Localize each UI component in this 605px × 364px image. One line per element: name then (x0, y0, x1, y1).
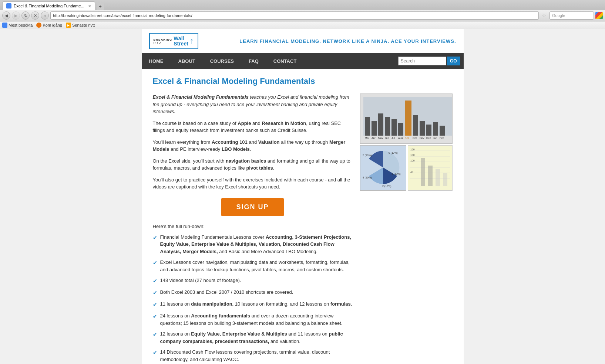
checkmark-icon: ✔ (153, 234, 157, 255)
svg-text:1 (13%): 1 (13%) (391, 173, 401, 176)
url-text: http://breakingintowallstreet.com/biws/e… (53, 13, 192, 18)
svg-rect-7 (405, 101, 411, 136)
bullet-text-2: Excel Lessons cover navigation, manipula… (160, 259, 353, 273)
intro-paragraph: Excel & Financial Modeling Fundamentals … (153, 93, 353, 115)
svg-rect-4 (385, 117, 390, 136)
bookmark-get-started[interactable]: Kom igång (36, 23, 62, 28)
active-tab[interactable]: Excel & Financial Modeling Fundame... ✕ (2, 1, 95, 10)
text-content: Excel & Financial Modeling Fundamentals … (153, 93, 353, 364)
nav-courses[interactable]: COURSES (203, 53, 241, 69)
svg-text:2 (10%): 2 (10%) (382, 185, 391, 188)
signup-button[interactable]: SIGN UP (221, 198, 283, 216)
back-button[interactable]: ◀ (2, 11, 10, 20)
logo-area: Breaking INTO Wall Street ↑ (142, 33, 200, 49)
svg-text:Mar: Mar (365, 137, 370, 139)
nav-search-area: GO (398, 57, 464, 65)
content-area: Excel & Financial Modeling Fundamentals … (153, 93, 453, 364)
bar-chart-svg: Mar Apr May Jun Jul Aug Sep Oct Nov Dec … (363, 97, 452, 139)
bullet-item: ✔ 148 videos total (27 hours of footage)… (153, 277, 353, 285)
bullet-item: ✔ 14 Discounted Cash Flow lessons coveri… (153, 348, 353, 363)
svg-rect-3 (378, 113, 383, 136)
checkmark-icon: ✔ (153, 313, 157, 327)
svg-rect-2 (372, 121, 377, 136)
logo-into: INTO (154, 41, 172, 44)
bullet-item: ✔ Excel Lessons cover navigation, manipu… (153, 259, 353, 273)
para2: You'll learn everything from Accounting … (153, 139, 353, 153)
svg-text:4 (20%): 4 (20%) (363, 176, 372, 179)
pie-chart-svg: 5 (23%) 0 (17%) 1 (13%) 2 (10%) 4 (20%) (362, 147, 404, 188)
search-placeholder: Google (552, 13, 565, 18)
checkmark-icon: ✔ (153, 277, 157, 285)
address-bar[interactable]: http://breakingintowallstreet.com/biws/e… (50, 11, 539, 20)
tab-close-button[interactable]: ✕ (88, 4, 91, 8)
side-chart-container: 160 100 100 40 (408, 145, 453, 191)
svg-rect-1 (365, 117, 370, 136)
refresh-button[interactable]: ↻ (21, 11, 30, 20)
nav-faq[interactable]: FAQ (241, 53, 266, 69)
logo-arrow-icon: ↑ (190, 37, 194, 45)
nav-go-button[interactable]: GO (447, 57, 460, 65)
home-button[interactable]: ⌂ (41, 11, 49, 20)
logo-wall-street: Wall Street (174, 36, 188, 46)
checkmark-icon: ✔ (153, 301, 157, 309)
svg-rect-6 (398, 123, 403, 136)
bullet-text-8: 14 Discounted Cash Flow lessons covering… (160, 348, 353, 363)
svg-rect-5 (391, 119, 397, 136)
svg-text:Nov: Nov (420, 137, 424, 139)
svg-text:Jul: Jul (391, 137, 395, 139)
svg-rect-8 (413, 115, 418, 136)
nav-search-input[interactable] (398, 57, 446, 65)
para3: On the Excel side, you'll start with nav… (153, 157, 353, 172)
svg-text:Apr: Apr (372, 137, 376, 139)
svg-text:160: 160 (410, 148, 415, 151)
logo-box[interactable]: Breaking INTO Wall Street ↑ (149, 33, 198, 49)
tab-favicon (6, 3, 11, 8)
forward-button[interactable]: ▶ (12, 11, 20, 20)
stop-button[interactable]: ✕ (31, 11, 39, 20)
para4: You'll also get to practice yourself wit… (153, 176, 353, 191)
new-tab-button[interactable]: + (97, 3, 104, 10)
rss-icon: ▶ (66, 23, 71, 28)
bar-chart-container: Mar Apr May Jun Jul Aug Sep Oct Nov Dec … (360, 93, 453, 144)
svg-text:Jun: Jun (385, 137, 389, 139)
para1: The course is based on a case study of A… (153, 120, 353, 134)
nav-contact[interactable]: CONTACT (266, 53, 304, 69)
svg-text:5 (23%): 5 (23%) (363, 154, 372, 157)
pie-side-row: 5 (23%) 0 (17%) 1 (13%) 2 (10%) 4 (20%) (360, 145, 453, 191)
rundown-title: Here's the full run-down: (153, 224, 353, 229)
side-chart-svg: 160 100 100 40 (410, 147, 450, 188)
bookmark-label-1: Mest besökta (9, 23, 33, 27)
site-header: Breaking INTO Wall Street ↑ LEARN FINANC… (142, 29, 464, 53)
checkmark-icon: ✔ (153, 349, 157, 363)
bullet-text-1: Financial Modeling Fundamentals Lessons … (160, 234, 353, 255)
checkmark-icon: ✔ (153, 259, 157, 273)
bullet-text-3: 148 videos total (27 hours of footage). (160, 277, 241, 285)
svg-text:0 (17%): 0 (17%) (389, 152, 398, 154)
svg-text:May: May (378, 137, 383, 139)
browser-search-input[interactable]: Google (549, 11, 594, 20)
bookmarks-bar: Mest besökta Kom igång ▶ Senaste nytt (0, 21, 605, 29)
site-tagline: LEARN FINANCIAL MODELING. NETWORK LIKE A… (239, 38, 463, 44)
svg-rect-40 (421, 158, 425, 186)
svg-text:Dec: Dec (426, 137, 431, 139)
logo-wall: Wall (174, 36, 188, 41)
bullet-text-5: 11 lessons on data manipulation, 10 less… (160, 300, 352, 309)
page-title: Excel & Financial Modeling Fundamentals (153, 76, 453, 86)
svg-text:Aug: Aug (398, 137, 403, 139)
bookmark-star[interactable]: ☆ (540, 13, 548, 18)
google-icon (595, 12, 603, 19)
bookmark-latest-news[interactable]: ▶ Senaste nytt (66, 23, 95, 28)
svg-rect-12 (440, 126, 445, 136)
svg-rect-11 (433, 122, 438, 136)
svg-rect-10 (426, 125, 431, 136)
nav-bar: HOME ABOUT COURSES FAQ CONTACT GO (142, 53, 464, 69)
svg-text:Sep: Sep (405, 137, 410, 139)
nav-about[interactable]: ABOUT (171, 53, 203, 69)
pie-chart-container: 5 (23%) 0 (17%) 1 (13%) 2 (10%) 4 (20%) (360, 145, 406, 191)
bookmark-most-visited[interactable]: Mest besökta (2, 23, 33, 28)
tab-title: Excel & Financial Modeling Fundame... (14, 4, 84, 8)
bullet-item: ✔ Both Excel 2003 and Excel 2007 / 2010 … (153, 289, 353, 297)
page-content: Excel & Financial Modeling Fundamentals … (142, 69, 464, 364)
nav-home[interactable]: HOME (142, 53, 171, 69)
bullet-text-7: 12 lessons on Equity Value, Enterprise V… (160, 330, 353, 345)
